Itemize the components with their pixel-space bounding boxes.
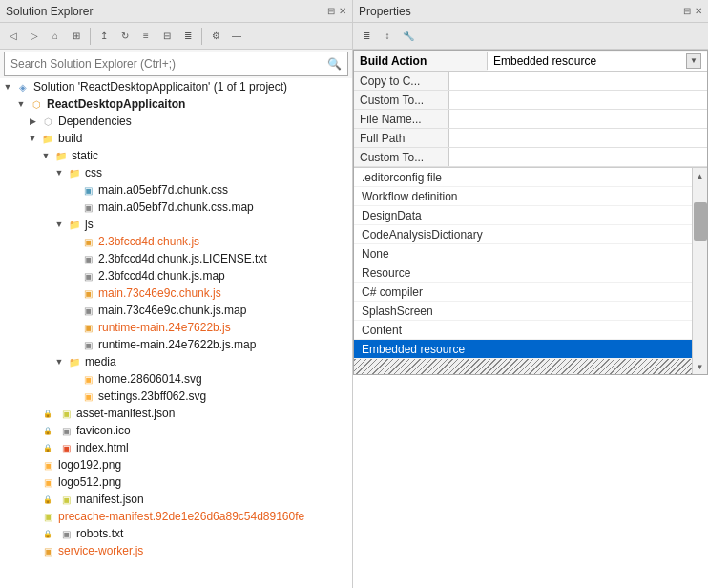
- tree-item-precache[interactable]: ▣ precache-manifest.92de1e26d6a89c54d891…: [0, 508, 352, 525]
- search-icon[interactable]: 🔍: [327, 57, 342, 71]
- list-button[interactable]: ≣: [178, 27, 198, 46]
- minus-button[interactable]: —: [227, 27, 246, 46]
- dropdown-item-0[interactable]: .editorconfig file: [354, 168, 692, 187]
- robots-label: robots.txt: [76, 527, 123, 540]
- tree-item-main-css-map[interactable]: ▣ main.a05ebf7d.chunk.css.map: [0, 199, 352, 216]
- prop-row-filename[interactable]: File Name...: [354, 110, 707, 129]
- spacer3: [67, 236, 78, 247]
- hatch-pattern: [354, 359, 692, 374]
- spacer2: [67, 201, 78, 213]
- tree-item-runtime-map[interactable]: ▣ runtime-main.24e7622b.js.map: [0, 336, 352, 353]
- show-all-button[interactable]: ⊞: [67, 27, 86, 46]
- dropdown-item-4[interactable]: None: [354, 244, 692, 263]
- tree-item-logo512[interactable]: ▣ logo512.png: [0, 473, 352, 491]
- runtime-js-icon: ▣: [80, 321, 95, 334]
- spacer13: [27, 425, 38, 436]
- js-folder-icon: 📁: [67, 218, 82, 231]
- prop-wrench-button[interactable]: 🔧: [399, 27, 418, 46]
- css-file-icon: ▣: [80, 183, 95, 197]
- spacer17: [27, 494, 38, 505]
- prop-row-custom2[interactable]: Custom To...: [354, 148, 707, 167]
- dropdown-item-5[interactable]: Resource: [354, 263, 692, 283]
- tree-item-chunk1-js[interactable]: ▣ 2.3bfccd4d.chunk.js: [0, 233, 352, 250]
- dropdown-item-7[interactable]: SplashScreen: [354, 302, 692, 321]
- tree-item-css-folder[interactable]: ▼ 📁 css: [0, 164, 352, 181]
- spacer12: [27, 408, 38, 419]
- logo512-label: logo512.png: [58, 475, 121, 489]
- tree-item-favicon[interactable]: 🔒 ▣ favicon.ico: [0, 422, 352, 439]
- tree-item-runtime-js[interactable]: ▣ runtime-main.24e7622b.js: [0, 319, 352, 336]
- dropdown-list-area: .editorconfig file Workflow definition D…: [354, 168, 707, 374]
- expand-js-icon: ▼: [53, 219, 65, 230]
- tree-item-chunk1-license[interactable]: ▣ 2.3bfccd4d.chunk.js.LICENSE.txt: [0, 250, 352, 267]
- expand-dep-icon: ▶: [27, 116, 38, 127]
- dropdown-item-3[interactable]: CodeAnalysisDictionary: [354, 225, 692, 244]
- scrollbar-up[interactable]: ▲: [694, 168, 707, 183]
- settings-button[interactable]: ⚙: [206, 27, 225, 46]
- tree-item-index-html[interactable]: 🔒 ▣ index.html: [0, 439, 352, 456]
- expand-css-icon: ▼: [53, 167, 65, 178]
- project-label: ReactDesktopApplicaiton: [47, 97, 185, 111]
- back-button[interactable]: ◁: [4, 27, 23, 46]
- tree-item-js-folder[interactable]: ▼ 📁 js: [0, 216, 352, 233]
- dropdown-value-area[interactable]: Embedded resource ▼: [488, 52, 707, 71]
- tree-item-service-worker[interactable]: ▣ service-worker.js: [0, 542, 352, 559]
- project-icon: ⬡: [29, 97, 44, 111]
- home-svg-label: home.28606014.svg: [98, 372, 202, 386]
- prop-row-fullpath[interactable]: Full Path: [354, 129, 707, 148]
- favicon-lock-icon: 🔒: [40, 424, 55, 437]
- tree-item-dependencies[interactable]: ▶ ⬡ Dependencies: [0, 113, 352, 130]
- scrollbar-down[interactable]: ▼: [694, 359, 707, 374]
- scrollbar-thumb[interactable]: [694, 202, 707, 241]
- tree-item-chunk2-map[interactable]: ▣ main.73c46e9c.chunk.js.map: [0, 302, 352, 319]
- dropdown-item-6[interactable]: C# compiler: [354, 283, 692, 302]
- prop-pin-icon[interactable]: ⊟: [683, 6, 691, 16]
- tree-item-main-css[interactable]: ▣ main.a05ebf7d.chunk.css: [0, 181, 352, 199]
- prop-close-icon[interactable]: ✕: [695, 6, 702, 16]
- service-worker-label: service-worker.js: [58, 544, 143, 557]
- collapse-button[interactable]: ↥: [94, 27, 114, 46]
- grid-button[interactable]: ⊟: [157, 27, 177, 46]
- tree-item-settings-svg[interactable]: ▣ settings.23bff062.svg: [0, 388, 352, 405]
- vertical-scrollbar[interactable]: ▲ ▼: [692, 168, 707, 374]
- chunk1-js-label: 2.3bfccd4d.chunk.js: [98, 235, 199, 248]
- refresh-button[interactable]: ↻: [115, 27, 135, 46]
- search-input[interactable]: [10, 57, 327, 71]
- prop-custom2-value: [449, 148, 707, 166]
- separator2: [201, 28, 202, 45]
- dropdown-item-1[interactable]: Workflow definition: [354, 187, 692, 206]
- dropdown-arrow-button[interactable]: ▼: [686, 53, 701, 69]
- dropdown-item-8[interactable]: Content: [354, 321, 692, 340]
- tree-item-media-folder[interactable]: ▼ 📁 media: [0, 353, 352, 370]
- dropdown-item-9[interactable]: Embedded resource: [354, 340, 692, 359]
- chunk1-license-label: 2.3bfccd4d.chunk.js.LICENSE.txt: [98, 252, 267, 265]
- tree-item-chunk2-js[interactable]: ▣ main.73c46e9c.chunk.js: [0, 284, 352, 302]
- tree-item-logo192[interactable]: ▣ logo192.png: [0, 456, 352, 473]
- prop-sort-button[interactable]: ↕: [378, 27, 397, 46]
- tree-item-build[interactable]: ▼ 📁 build: [0, 130, 352, 147]
- close-icon[interactable]: ✕: [339, 6, 346, 16]
- dropdown-item-2[interactable]: DesignData: [354, 206, 692, 225]
- forward-button[interactable]: ▷: [25, 27, 44, 46]
- prop-row-copy[interactable]: Copy to C...: [354, 72, 707, 91]
- tree-item-asset-manifest[interactable]: 🔒 ▣ asset-manifest.json: [0, 405, 352, 422]
- spacer11: [67, 390, 78, 402]
- pin-icon[interactable]: ⊟: [327, 6, 335, 16]
- tree-item-solution[interactable]: ▼ ◈ Solution 'ReactDesktopApplicaiton' (…: [0, 78, 352, 95]
- solution-label: Solution 'ReactDesktopApplicaiton' (1 of…: [33, 80, 287, 94]
- tree-item-project[interactable]: ▼ ⬡ ReactDesktopApplicaiton: [0, 95, 352, 113]
- home-button[interactable]: ⌂: [46, 27, 65, 46]
- tree-item-home-svg[interactable]: ▣ home.28606014.svg: [0, 370, 352, 388]
- prop-row-custom1[interactable]: Custom To...: [354, 91, 707, 110]
- search-bar[interactable]: 🔍: [4, 52, 348, 76]
- tree-item-robots[interactable]: 🔒 ▣ robots.txt: [0, 525, 352, 542]
- prop-custom1-name: Custom To...: [354, 91, 449, 109]
- spacer14: [27, 442, 38, 453]
- prop-categories-button[interactable]: ≣: [357, 27, 376, 46]
- tree-item-manifest[interactable]: 🔒 ▣ manifest.json: [0, 491, 352, 508]
- tree-item-static[interactable]: ▼ 📁 static: [0, 147, 352, 164]
- robots-icon: ▣: [58, 527, 73, 540]
- filter-button[interactable]: ≡: [136, 27, 156, 46]
- tree-item-chunk1-map[interactable]: ▣ 2.3bfccd4d.chunk.js.map: [0, 267, 352, 284]
- asset-manifest-icon: ▣: [58, 407, 73, 420]
